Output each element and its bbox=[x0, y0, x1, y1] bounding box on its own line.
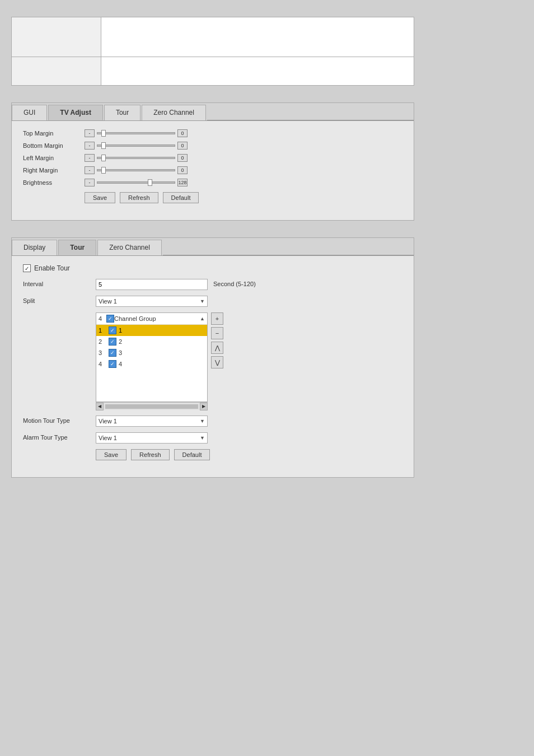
tab-tv-adjust[interactable]: TV Adjust bbox=[48, 105, 103, 120]
bottom-margin-label: Bottom Margin bbox=[23, 142, 85, 149]
channel-check-4[interactable]: ✓ bbox=[109, 360, 116, 368]
alarm-tour-type-value: View 1 bbox=[99, 435, 117, 441]
alarm-tour-type-arrow: ▼ bbox=[200, 435, 205, 441]
header-num: 4 bbox=[99, 315, 106, 322]
channel-num-2: 2 bbox=[99, 338, 106, 345]
channel-name-2: 2 bbox=[119, 338, 122, 345]
channel-row-2[interactable]: 2 ✓ 2 bbox=[96, 336, 207, 347]
motion-tour-type-label: Motion Tour Type bbox=[23, 416, 96, 424]
top-margin-value: 0 bbox=[181, 130, 184, 136]
tv-adjust-save-button[interactable]: Save bbox=[85, 192, 115, 203]
tab-tour[interactable]: Tour bbox=[104, 105, 140, 120]
tab-tour-zero-channel[interactable]: Zero Channel bbox=[97, 240, 162, 255]
left-margin-track[interactable] bbox=[97, 157, 175, 159]
channel-row-3[interactable]: 3 ✓ 3 bbox=[96, 347, 207, 358]
add-channel-button[interactable]: + bbox=[211, 312, 223, 325]
enable-tour-label: Enable Tour bbox=[34, 264, 70, 272]
interval-hint: Second (5-120) bbox=[213, 279, 256, 287]
move-down-button[interactable]: ⋁ bbox=[211, 356, 223, 368]
tv-adjust-refresh-button[interactable]: Refresh bbox=[120, 192, 158, 203]
channel-num-1: 1 bbox=[99, 327, 106, 334]
channel-check-1[interactable]: ✓ bbox=[109, 326, 116, 334]
tour-default-button[interactable]: Default bbox=[174, 449, 210, 460]
brightness-decrement[interactable]: - bbox=[85, 179, 95, 186]
brightness-value-box[interactable]: 128 bbox=[177, 179, 188, 186]
channel-list-wrapper: 4 ✓ Channel Group ▲ 1 ✓ 1 bbox=[96, 312, 208, 410]
channel-row-4[interactable]: 4 ✓ 4 bbox=[96, 358, 207, 370]
split-row: Split View 1 ▼ bbox=[23, 296, 402, 307]
channel-list-side-buttons: + − ⋀ ⋁ bbox=[211, 312, 223, 410]
split-select[interactable]: View 1 ▼ bbox=[96, 296, 208, 307]
enable-tour-row: Enable Tour bbox=[23, 264, 402, 272]
tour-panel: Display Tour Zero Channel Enable Tour In… bbox=[11, 237, 414, 478]
top-margin-label: Top Margin bbox=[23, 130, 85, 137]
scroll-up-icon[interactable]: ▲ bbox=[200, 316, 205, 321]
channel-list[interactable]: 4 ✓ Channel Group ▲ 1 ✓ 1 bbox=[96, 312, 208, 402]
tab-zero-channel[interactable]: Zero Channel bbox=[142, 105, 206, 120]
alarm-tour-type-label: Alarm Tour Type bbox=[23, 432, 96, 441]
left-margin-row: Left Margin - 0 bbox=[23, 154, 402, 162]
tour-save-button[interactable]: Save bbox=[96, 449, 127, 460]
channel-name-1: 1 bbox=[119, 327, 122, 334]
bottom-margin-value: 0 bbox=[181, 143, 184, 148]
interval-row: Interval Second (5-120) bbox=[23, 279, 402, 290]
top-table-content-2 bbox=[101, 57, 414, 85]
split-select-arrow: ▼ bbox=[200, 298, 205, 304]
left-margin-value: 0 bbox=[181, 155, 184, 161]
remove-channel-button[interactable]: − bbox=[211, 327, 223, 339]
alarm-tour-type-row: Alarm Tour Type View 1 ▼ bbox=[23, 432, 402, 444]
interval-label: Interval bbox=[23, 279, 96, 287]
motion-tour-type-select[interactable]: View 1 ▼ bbox=[96, 416, 208, 427]
bottom-margin-decrement[interactable]: - bbox=[85, 142, 95, 150]
channel-num-3: 3 bbox=[99, 349, 106, 356]
top-margin-decrement[interactable]: - bbox=[85, 129, 95, 137]
left-margin-label: Left Margin bbox=[23, 155, 85, 161]
split-label: Split bbox=[23, 296, 96, 304]
tab-gui[interactable]: GUI bbox=[12, 105, 47, 120]
top-margin-track[interactable] bbox=[97, 132, 175, 134]
left-margin-slider-container: - 0 bbox=[85, 154, 188, 162]
brightness-row: Brightness - 128 bbox=[23, 179, 402, 186]
brightness-track[interactable] bbox=[97, 181, 175, 184]
right-margin-value: 0 bbox=[181, 167, 184, 173]
top-margin-value-box[interactable]: 0 bbox=[177, 129, 188, 137]
alarm-tour-type-select[interactable]: View 1 ▼ bbox=[96, 432, 208, 444]
tab-spacer bbox=[207, 103, 414, 120]
bottom-margin-value-box[interactable]: 0 bbox=[177, 142, 188, 150]
move-up-button[interactable]: ⋀ bbox=[211, 342, 223, 354]
right-margin-slider-container: - 0 bbox=[85, 166, 188, 174]
enable-tour-checkbox[interactable] bbox=[23, 264, 31, 272]
left-margin-decrement[interactable]: - bbox=[85, 154, 95, 162]
bottom-margin-track[interactable] bbox=[97, 144, 175, 147]
top-table-label-2 bbox=[12, 57, 101, 85]
motion-tour-type-value: View 1 bbox=[99, 418, 117, 424]
right-margin-track[interactable] bbox=[97, 169, 175, 171]
channel-name-3: 3 bbox=[119, 349, 122, 356]
motion-tour-type-row: Motion Tour Type View 1 ▼ bbox=[23, 416, 402, 427]
scroll-right-btn[interactable]: ▶ bbox=[200, 403, 208, 410]
tv-adjust-tab-bar: GUI TV Adjust Tour Zero Channel bbox=[12, 103, 414, 121]
channel-check-3[interactable]: ✓ bbox=[109, 349, 116, 357]
left-margin-value-box[interactable]: 0 bbox=[177, 154, 188, 162]
tour-refresh-button[interactable]: Refresh bbox=[131, 449, 170, 460]
top-table-content-1 bbox=[101, 17, 414, 57]
top-margin-slider-container: - 0 bbox=[85, 129, 188, 137]
tour-tab-spacer bbox=[163, 238, 414, 255]
tab-tour-active[interactable]: Tour bbox=[58, 240, 96, 255]
right-margin-decrement[interactable]: - bbox=[85, 166, 95, 174]
channel-list-area: 4 ✓ Channel Group ▲ 1 ✓ 1 bbox=[96, 312, 402, 410]
tab-display[interactable]: Display bbox=[12, 240, 57, 255]
tv-adjust-panel: GUI TV Adjust Tour Zero Channel Top Marg… bbox=[11, 102, 414, 221]
motion-tour-type-arrow: ▼ bbox=[200, 418, 205, 424]
list-footer: ◀ ▶ bbox=[96, 402, 208, 410]
brightness-slider-container: - 128 bbox=[85, 179, 188, 186]
channel-name-4: 4 bbox=[119, 361, 122, 367]
scroll-left-btn[interactable]: ◀ bbox=[96, 403, 104, 410]
channel-check-2[interactable]: ✓ bbox=[109, 338, 116, 346]
bottom-margin-slider-container: - 0 bbox=[85, 142, 188, 150]
header-checkbox[interactable]: ✓ bbox=[106, 315, 114, 323]
right-margin-value-box[interactable]: 0 bbox=[177, 166, 188, 174]
interval-input[interactable] bbox=[96, 279, 208, 290]
tv-adjust-default-button[interactable]: Default bbox=[163, 192, 199, 203]
channel-row-1[interactable]: 1 ✓ 1 bbox=[96, 325, 207, 336]
